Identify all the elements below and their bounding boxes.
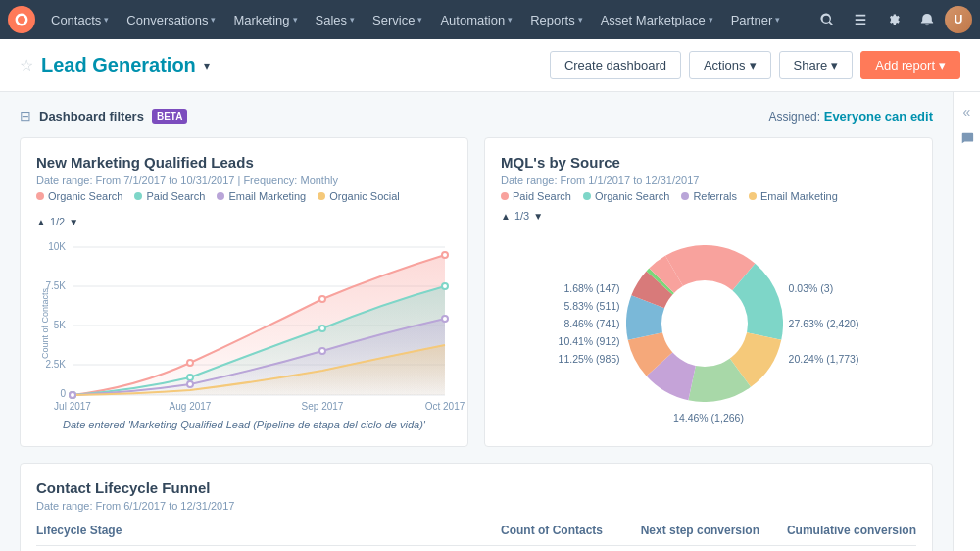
legend-label: Referrals bbox=[693, 190, 737, 202]
marketplace-icon[interactable] bbox=[845, 4, 876, 35]
avatar[interactable]: U bbox=[945, 6, 972, 33]
funnel-col-next: Next step conversion bbox=[603, 524, 760, 537]
hubspot-logo[interactable] bbox=[8, 6, 35, 33]
legend-dot bbox=[749, 192, 757, 200]
pie-label: 5.83% (511) bbox=[559, 300, 620, 312]
pie-chart-svg bbox=[626, 245, 783, 402]
pie-label: 20.24% (1,773) bbox=[789, 353, 859, 365]
chevron-down-icon: ▾ bbox=[775, 15, 780, 25]
chevron-down-icon: ▾ bbox=[939, 58, 946, 73]
svg-point-14 bbox=[442, 252, 448, 258]
nav-sales[interactable]: Sales ▾ bbox=[308, 9, 364, 31]
chevron-down-icon: ▾ bbox=[831, 58, 838, 73]
beta-badge: BETA bbox=[152, 109, 187, 124]
settings-icon[interactable] bbox=[878, 4, 909, 35]
chart1-pagination: 1/2 bbox=[50, 216, 65, 227]
add-report-button[interactable]: Add report ▾ bbox=[860, 51, 960, 79]
search-button[interactable] bbox=[811, 4, 843, 35]
filters-left: ⊟ Dashboard filters BETA bbox=[20, 108, 187, 124]
filters-label: Dashboard filters bbox=[39, 109, 144, 124]
svg-point-13 bbox=[319, 296, 325, 302]
funnel-meta: Date range: From 6/1/2017 to 12/31/2017 bbox=[36, 500, 916, 512]
svg-point-17 bbox=[319, 326, 325, 331]
notifications-icon[interactable] bbox=[911, 4, 943, 35]
legend-dot bbox=[134, 192, 142, 200]
legend-item: Organic Social bbox=[318, 190, 400, 202]
chart2-pagination: 1/3 bbox=[514, 210, 529, 222]
panel-collapse-icon[interactable]: « bbox=[963, 104, 971, 120]
dashboard-filters-bar: ⊟ Dashboard filters BETA Assigned: Every… bbox=[20, 108, 933, 124]
svg-point-20 bbox=[187, 381, 193, 387]
svg-text:10K: 10K bbox=[48, 241, 66, 252]
nav-marketing[interactable]: Marketing ▾ bbox=[225, 9, 305, 31]
funnel-col-count: Count of Contacts bbox=[446, 524, 603, 537]
legend-item: Email Marketing bbox=[217, 190, 306, 202]
chart1-legend: Organic Search Paid Search Email Marketi… bbox=[36, 190, 400, 202]
legend-dot bbox=[501, 192, 509, 200]
legend-dot bbox=[36, 192, 44, 200]
chart1-caption: Date entered 'Marketing Qualified Lead (… bbox=[36, 419, 452, 430]
nav-service[interactable]: Service ▾ bbox=[365, 9, 430, 31]
nav-automation[interactable]: Automation ▾ bbox=[432, 9, 520, 31]
chevron-down-icon: ▾ bbox=[750, 58, 757, 73]
svg-point-27 bbox=[662, 280, 748, 367]
title-dropdown-icon[interactable]: ▾ bbox=[204, 59, 210, 73]
chart1-meta: Date range: From 7/1/2017 to 10/31/2017 … bbox=[36, 175, 452, 186]
new-mqls-chart-card: New Marketing Qualified Leads Date range… bbox=[20, 137, 468, 447]
nav-partner[interactable]: Partner ▾ bbox=[723, 9, 789, 31]
svg-point-12 bbox=[187, 360, 193, 366]
svg-text:Aug 2017: Aug 2017 bbox=[170, 401, 212, 412]
create-dashboard-button[interactable]: Create dashboard bbox=[550, 51, 681, 79]
legend-item: Paid Search bbox=[134, 190, 205, 202]
right-panel: « bbox=[953, 92, 980, 551]
legend-item: Email Marketing bbox=[749, 190, 838, 202]
top-navigation: Contacts ▾ Conversations ▾ Marketing ▾ S… bbox=[0, 0, 980, 39]
favorite-star-icon[interactable]: ☆ bbox=[20, 56, 33, 75]
funnel-row-lead: Lead bbox=[36, 546, 916, 551]
filter-icon: ⊟ bbox=[20, 108, 31, 124]
nav-conversations[interactable]: Conversations ▾ bbox=[119, 9, 223, 31]
svg-point-18 bbox=[442, 283, 448, 289]
svg-text:Sep 2017: Sep 2017 bbox=[302, 401, 344, 412]
layout-body: ⊟ Dashboard filters BETA Assigned: Every… bbox=[0, 92, 980, 551]
svg-text:5K: 5K bbox=[54, 320, 67, 330]
legend-label: Paid Search bbox=[146, 190, 205, 202]
page-header: ☆ Lead Generation ▾ Create dashboard Act… bbox=[0, 39, 980, 92]
chart2-meta: Date range: From 1/1/2017 to 12/31/2017 bbox=[501, 175, 916, 186]
pie-label: 1.68% (147) bbox=[559, 282, 620, 294]
mqls-by-source-chart-card: MQL's by Source Date range: From 1/1/201… bbox=[484, 137, 933, 447]
svg-point-22 bbox=[442, 316, 448, 322]
svg-point-16 bbox=[187, 375, 193, 380]
legend-item: Referrals bbox=[681, 190, 737, 202]
svg-text:0: 0 bbox=[60, 388, 66, 399]
chat-icon[interactable] bbox=[960, 131, 974, 148]
pie-label: 10.41% (912) bbox=[559, 335, 620, 347]
funnel-table-header: Lifecycle Stage Count of Contacts Next s… bbox=[36, 524, 916, 546]
share-button[interactable]: Share ▾ bbox=[779, 51, 854, 79]
legend-dot bbox=[217, 192, 224, 200]
legend-label: Email Marketing bbox=[228, 190, 306, 202]
assigned-value[interactable]: Everyone can edit bbox=[824, 109, 933, 124]
chart2-nav-down[interactable]: ▼ bbox=[533, 211, 543, 222]
chart1-nav-down[interactable]: ▼ bbox=[69, 217, 78, 227]
page-title: Lead Generation bbox=[41, 54, 196, 76]
funnel-col-lifecycle: Lifecycle Stage bbox=[36, 524, 446, 537]
chevron-down-icon: ▾ bbox=[104, 15, 109, 25]
main-content: ⊟ Dashboard filters BETA Assigned: Every… bbox=[0, 92, 953, 551]
pie-label: 27.63% (2,420) bbox=[789, 318, 859, 329]
legend-item: Organic Search bbox=[36, 190, 122, 202]
legend-item: Organic Search bbox=[583, 190, 669, 202]
actions-button[interactable]: Actions ▾ bbox=[689, 51, 771, 79]
nav-reports[interactable]: Reports ▾ bbox=[522, 9, 591, 31]
nav-contacts[interactable]: Contacts ▾ bbox=[43, 9, 117, 31]
funnel-title: Contact Lifecycle Funnel bbox=[36, 479, 916, 496]
svg-text:Count of Contacts: Count of Contacts bbox=[40, 287, 50, 359]
chart2-legend: Paid Search Organic Search Referrals Ema… bbox=[501, 190, 916, 202]
svg-text:2.5K: 2.5K bbox=[45, 359, 66, 370]
avatar-initials: U bbox=[945, 6, 972, 33]
pie-label: 11.25% (985) bbox=[559, 353, 620, 365]
chevron-down-icon: ▾ bbox=[417, 15, 422, 25]
pie-label: 0.03% (3) bbox=[789, 282, 859, 294]
legend-label: Organic Social bbox=[329, 190, 400, 202]
nav-asset-marketplace[interactable]: Asset Marketplace ▾ bbox=[593, 9, 721, 31]
